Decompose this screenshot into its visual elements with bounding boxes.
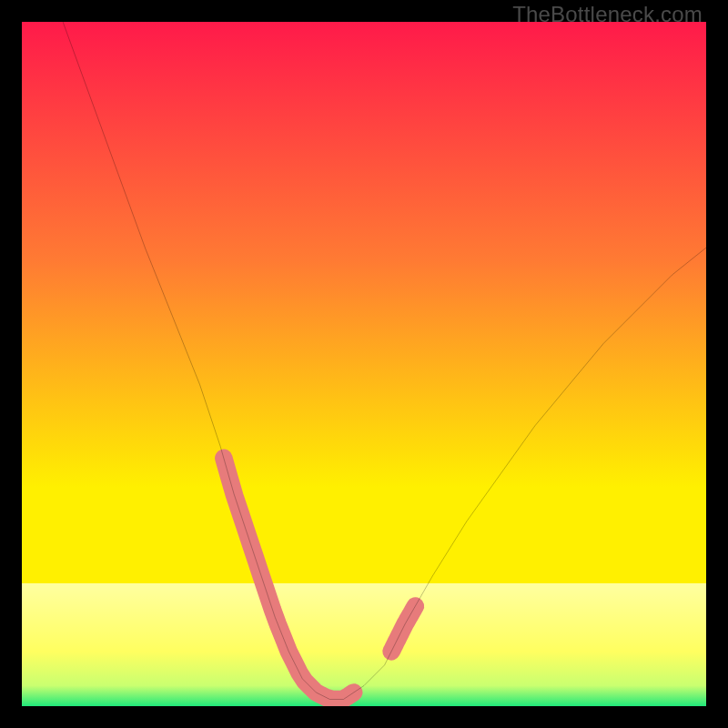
plot-frame: [22, 22, 706, 706]
highlight-segment: [224, 458, 354, 699]
plot-curves: [22, 22, 706, 706]
highlight-segments: [224, 458, 416, 699]
bottleneck-curve: [63, 22, 706, 699]
highlight-segment: [391, 606, 415, 652]
watermark-text: TheBottleneck.com: [512, 2, 703, 27]
